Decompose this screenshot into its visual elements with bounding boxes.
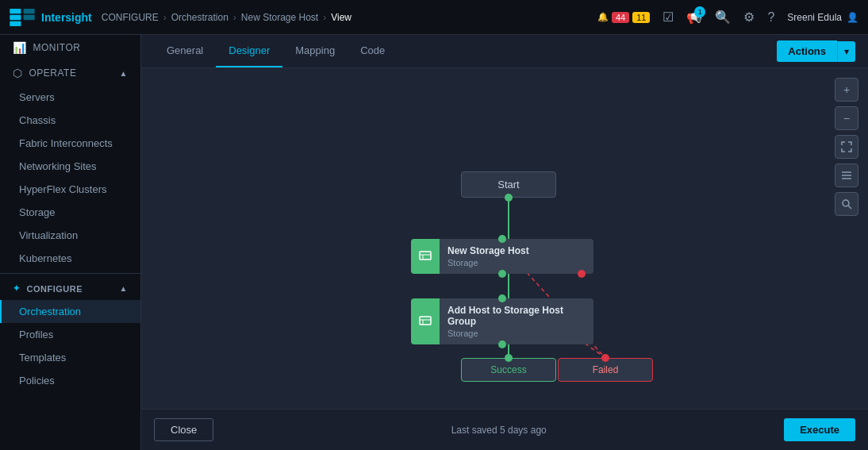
list-view-button[interactable]	[835, 163, 858, 187]
main-layout: 📊 MONITOR ⬡ OPERATE ▲ Servers Chassis Fa…	[0, 35, 868, 450]
task2-node[interactable]: Add Host to Storage Host Group Storage	[411, 298, 593, 344]
success-input-dot	[505, 354, 513, 362]
task1-node[interactable]: New Storage Host Storage	[411, 239, 593, 274]
tab-designer[interactable]: Designer	[216, 35, 282, 67]
actions-dropdown-button[interactable]: ▾	[837, 41, 855, 62]
sidebar: 📊 MONITOR ⬡ OPERATE ▲ Servers Chassis Fa…	[0, 35, 141, 450]
right-toolbar: + −	[835, 78, 858, 216]
sidebar-item-orchestration[interactable]: Orchestration	[0, 300, 140, 323]
breadcrumb-storage-host[interactable]: New Storage Host	[241, 12, 318, 23]
sidebar-item-templates[interactable]: Templates	[0, 346, 140, 369]
tab-mapping[interactable]: Mapping	[282, 35, 348, 67]
svg-rect-10	[420, 252, 431, 260]
svg-rect-1	[10, 14, 21, 19]
sidebar-item-fabric[interactable]: Fabric Interconnects	[0, 132, 140, 155]
svg-rect-13	[420, 317, 431, 325]
task1-subtitle: Storage	[447, 258, 586, 267]
breadcrumb-view: View	[331, 12, 351, 23]
task2-subtitle: Storage	[447, 329, 586, 338]
alert-yellow-count: 11	[632, 12, 650, 23]
user-menu[interactable]: Sreeni Edula 👤	[787, 12, 858, 23]
user-name: Sreeni Edula	[787, 12, 842, 23]
failed-label: Failed	[593, 364, 619, 375]
sidebar-item-servers[interactable]: Servers	[0, 86, 140, 109]
operate-label: OPERATE	[29, 67, 77, 79]
task2-output-dot	[498, 340, 506, 348]
svg-rect-2	[10, 21, 21, 25]
svg-line-20	[848, 206, 851, 209]
fit-view-button[interactable]	[835, 135, 858, 159]
task2-title: Add Host to Storage Host Group	[447, 305, 586, 327]
sidebar-item-chassis[interactable]: Chassis	[0, 109, 140, 132]
bottom-bar: Close Last saved 5 days ago Execute	[141, 409, 868, 450]
task1-output-dot	[498, 270, 506, 278]
start-label: Start	[497, 179, 519, 190]
canvas-search-button[interactable]	[835, 192, 858, 216]
breadcrumb-orchestration[interactable]: Orchestration	[171, 12, 229, 23]
alert-red-badge[interactable]: 🔔 44 11	[597, 12, 651, 23]
app-logo[interactable]: Intersight	[10, 9, 92, 26]
svg-rect-0	[10, 9, 21, 13]
start-output-dot	[505, 194, 513, 202]
success-label: Success	[490, 364, 526, 375]
breadcrumb: CONFIGURE › Orchestration › New Storage …	[102, 12, 588, 23]
sidebar-item-networking[interactable]: Networking Sites	[0, 155, 140, 178]
tab-general[interactable]: General	[154, 35, 216, 67]
configure-icon: ✦	[13, 283, 21, 294]
sidebar-item-profiles[interactable]: Profiles	[0, 323, 140, 346]
user-avatar-icon: 👤	[847, 12, 858, 23]
sidebar-item-policies[interactable]: Policies	[0, 369, 140, 392]
last-saved-text: Last saved 5 days ago	[213, 425, 784, 436]
content-area: General Designer Mapping Code Actions ▾	[141, 35, 868, 450]
tasks-icon[interactable]: ☑	[663, 10, 674, 25]
monitor-label: MONITOR	[33, 42, 81, 53]
close-button[interactable]: Close	[154, 418, 213, 441]
sidebar-item-virtualization[interactable]: Virtualization	[0, 224, 140, 247]
actions-button[interactable]: Actions	[777, 40, 837, 62]
sidebar-item-hyperflex[interactable]: HyperFlex Clusters	[0, 178, 140, 201]
success-node[interactable]: Success	[461, 358, 556, 382]
sidebar-operate-header[interactable]: ⬡ OPERATE ▲	[0, 60, 140, 86]
execute-button[interactable]: Execute	[784, 418, 855, 441]
topbar: Intersight CONFIGURE › Orchestration › N…	[0, 0, 868, 35]
task2-icon	[411, 298, 440, 344]
actions-button-group: Actions ▾	[777, 40, 855, 62]
sidebar-item-kubernetes[interactable]: Kubernetes	[0, 247, 140, 270]
svg-rect-3	[24, 9, 35, 13]
tab-bar: General Designer Mapping Code Actions ▾	[141, 35, 868, 68]
failed-input-dot	[601, 354, 609, 362]
task1-title: New Storage Host	[447, 245, 586, 256]
sidebar-divider	[0, 273, 140, 274]
configure-label: CONFIGURE	[27, 284, 83, 294]
task1-input-dot	[498, 235, 506, 243]
start-node[interactable]: Start	[461, 171, 556, 198]
settings-icon[interactable]: ⚙	[743, 10, 755, 25]
notifications-icon[interactable]: 📢 1	[686, 10, 702, 25]
breadcrumb-configure[interactable]: CONFIGURE	[102, 12, 159, 23]
sidebar-item-storage[interactable]: Storage	[0, 201, 140, 224]
failed-node[interactable]: Failed	[558, 358, 653, 382]
monitor-icon: 📊	[13, 41, 27, 54]
topbar-actions: 🔔 44 11 ☑ 📢 1 🔍 ⚙ ? Sreeni Edula 👤	[597, 10, 858, 25]
task1-error-dot	[578, 270, 586, 278]
operate-icon: ⬡	[13, 67, 23, 79]
task1-icon	[411, 239, 440, 274]
zoom-out-button[interactable]: −	[835, 106, 858, 130]
alert-red-count: 44	[612, 12, 629, 23]
app-name: Intersight	[41, 11, 92, 24]
search-icon[interactable]: 🔍	[715, 10, 731, 25]
help-icon[interactable]: ?	[767, 10, 774, 25]
zoom-in-button[interactable]: +	[835, 78, 858, 102]
svg-rect-4	[24, 14, 35, 19]
sidebar-monitor-header[interactable]: 📊 MONITOR	[0, 35, 140, 60]
sidebar-configure-header[interactable]: ✦ CONFIGURE ▲	[0, 277, 140, 300]
task2-input-dot	[498, 294, 506, 302]
svg-point-19	[843, 200, 849, 206]
designer-canvas: Start New Storage Host	[141, 68, 868, 409]
tab-code[interactable]: Code	[348, 35, 398, 67]
